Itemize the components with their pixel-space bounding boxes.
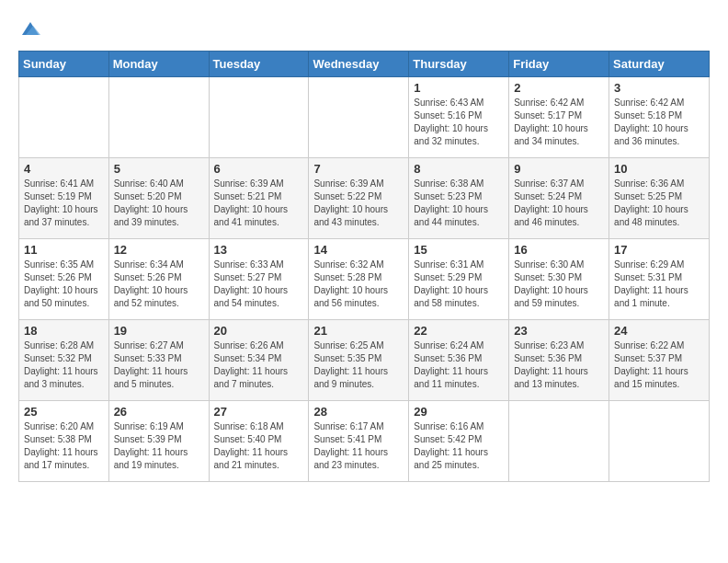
calendar-cell: 27Sunrise: 6:18 AM Sunset: 5:40 PM Dayli…	[209, 401, 309, 482]
day-number: 3	[614, 81, 704, 95]
day-number: 17	[614, 243, 704, 257]
day-detail: Sunrise: 6:39 AM Sunset: 5:22 PM Dayligh…	[313, 178, 404, 229]
day-number: 12	[114, 243, 204, 257]
calendar-cell: 8Sunrise: 6:38 AM Sunset: 5:23 PM Daylig…	[409, 158, 509, 239]
day-number: 9	[514, 162, 604, 176]
header-monday: Monday	[108, 52, 209, 77]
day-detail: Sunrise: 6:37 AM Sunset: 5:24 PM Dayligh…	[514, 178, 604, 229]
calendar-cell: 10Sunrise: 6:36 AM Sunset: 5:25 PM Dayli…	[609, 158, 710, 239]
calendar-cell: 9Sunrise: 6:37 AM Sunset: 5:24 PM Daylig…	[509, 158, 609, 239]
day-detail: Sunrise: 6:34 AM Sunset: 5:26 PM Dayligh…	[114, 259, 204, 310]
day-number: 14	[313, 243, 404, 257]
day-number: 4	[24, 162, 104, 176]
week-row-2: 4Sunrise: 6:41 AM Sunset: 5:19 PM Daylig…	[19, 158, 710, 239]
calendar-cell	[209, 77, 309, 158]
day-number: 26	[114, 405, 204, 419]
day-detail: Sunrise: 6:42 AM Sunset: 5:17 PM Dayligh…	[514, 97, 604, 148]
day-number: 15	[414, 243, 504, 257]
calendar-cell: 11Sunrise: 6:35 AM Sunset: 5:26 PM Dayli…	[19, 239, 109, 320]
day-number: 2	[514, 81, 604, 95]
day-detail: Sunrise: 6:28 AM Sunset: 5:32 PM Dayligh…	[24, 339, 104, 391]
day-detail: Sunrise: 6:32 AM Sunset: 5:28 PM Dayligh…	[313, 259, 404, 310]
header-sunday: Sunday	[19, 52, 109, 77]
calendar-cell: 22Sunrise: 6:24 AM Sunset: 5:36 PM Dayli…	[409, 320, 509, 401]
calendar-cell: 18Sunrise: 6:28 AM Sunset: 5:32 PM Dayli…	[19, 320, 109, 401]
calendar-cell: 5Sunrise: 6:40 AM Sunset: 5:20 PM Daylig…	[108, 158, 209, 239]
calendar-cell: 12Sunrise: 6:34 AM Sunset: 5:26 PM Dayli…	[108, 239, 209, 320]
week-row-1: 1Sunrise: 6:43 AM Sunset: 5:16 PM Daylig…	[19, 77, 710, 158]
day-number: 25	[24, 405, 104, 419]
day-number: 10	[614, 162, 704, 176]
logo-icon	[20, 18, 40, 39]
logo	[18, 18, 40, 43]
day-number: 13	[214, 243, 304, 257]
day-number: 21	[313, 324, 404, 338]
header	[18, 15, 710, 43]
day-number: 28	[313, 405, 404, 419]
calendar-cell: 3Sunrise: 6:42 AM Sunset: 5:18 PM Daylig…	[609, 77, 710, 158]
day-detail: Sunrise: 6:24 AM Sunset: 5:36 PM Dayligh…	[414, 339, 504, 391]
day-detail: Sunrise: 6:19 AM Sunset: 5:39 PM Dayligh…	[114, 420, 204, 472]
calendar-cell: 14Sunrise: 6:32 AM Sunset: 5:28 PM Dayli…	[309, 239, 409, 320]
day-detail: Sunrise: 6:41 AM Sunset: 5:19 PM Dayligh…	[24, 178, 104, 229]
calendar-cell: 17Sunrise: 6:29 AM Sunset: 5:31 PM Dayli…	[609, 239, 710, 320]
calendar-cell: 4Sunrise: 6:41 AM Sunset: 5:19 PM Daylig…	[19, 158, 109, 239]
day-number: 19	[114, 324, 204, 338]
day-number: 23	[514, 324, 604, 338]
day-detail: Sunrise: 6:38 AM Sunset: 5:23 PM Dayligh…	[414, 178, 504, 229]
week-row-4: 18Sunrise: 6:28 AM Sunset: 5:32 PM Dayli…	[19, 320, 710, 401]
header-thursday: Thursday	[409, 52, 509, 77]
calendar-cell: 25Sunrise: 6:20 AM Sunset: 5:38 PM Dayli…	[19, 401, 109, 482]
day-number: 6	[214, 162, 304, 176]
calendar-cell: 7Sunrise: 6:39 AM Sunset: 5:22 PM Daylig…	[309, 158, 409, 239]
calendar-cell	[609, 401, 710, 482]
day-detail: Sunrise: 6:33 AM Sunset: 5:27 PM Dayligh…	[214, 259, 304, 310]
day-detail: Sunrise: 6:39 AM Sunset: 5:21 PM Dayligh…	[214, 178, 304, 229]
calendar-cell: 20Sunrise: 6:26 AM Sunset: 5:34 PM Dayli…	[209, 320, 309, 401]
calendar-cell: 28Sunrise: 6:17 AM Sunset: 5:41 PM Dayli…	[309, 401, 409, 482]
calendar-cell: 2Sunrise: 6:42 AM Sunset: 5:17 PM Daylig…	[509, 77, 609, 158]
calendar-cell: 15Sunrise: 6:31 AM Sunset: 5:29 PM Dayli…	[409, 239, 509, 320]
week-row-5: 25Sunrise: 6:20 AM Sunset: 5:38 PM Dayli…	[19, 401, 710, 482]
day-number: 27	[214, 405, 304, 419]
day-number: 8	[414, 162, 504, 176]
day-detail: Sunrise: 6:35 AM Sunset: 5:26 PM Dayligh…	[24, 259, 104, 310]
day-number: 24	[614, 324, 704, 338]
day-detail: Sunrise: 6:16 AM Sunset: 5:42 PM Dayligh…	[414, 420, 504, 472]
day-number: 7	[313, 162, 404, 176]
day-detail: Sunrise: 6:36 AM Sunset: 5:25 PM Dayligh…	[614, 178, 704, 229]
day-detail: Sunrise: 6:31 AM Sunset: 5:29 PM Dayligh…	[414, 259, 504, 310]
day-number: 29	[414, 405, 504, 419]
day-number: 20	[214, 324, 304, 338]
day-number: 5	[114, 162, 204, 176]
calendar-cell	[108, 77, 209, 158]
calendar-cell: 6Sunrise: 6:39 AM Sunset: 5:21 PM Daylig…	[209, 158, 309, 239]
day-detail: Sunrise: 6:17 AM Sunset: 5:41 PM Dayligh…	[313, 420, 404, 472]
day-number: 22	[414, 324, 504, 338]
day-detail: Sunrise: 6:26 AM Sunset: 5:34 PM Dayligh…	[214, 339, 304, 391]
day-detail: Sunrise: 6:42 AM Sunset: 5:18 PM Dayligh…	[614, 97, 704, 148]
day-detail: Sunrise: 6:20 AM Sunset: 5:38 PM Dayligh…	[24, 420, 104, 472]
calendar-table: SundayMondayTuesdayWednesdayThursdayFrid…	[18, 51, 710, 482]
calendar-cell: 13Sunrise: 6:33 AM Sunset: 5:27 PM Dayli…	[209, 239, 309, 320]
calendar-cell	[509, 401, 609, 482]
calendar-cell: 24Sunrise: 6:22 AM Sunset: 5:37 PM Dayli…	[609, 320, 710, 401]
day-detail: Sunrise: 6:22 AM Sunset: 5:37 PM Dayligh…	[614, 339, 704, 391]
calendar-cell: 1Sunrise: 6:43 AM Sunset: 5:16 PM Daylig…	[409, 77, 509, 158]
calendar-header-row: SundayMondayTuesdayWednesdayThursdayFrid…	[19, 52, 710, 77]
day-detail: Sunrise: 6:27 AM Sunset: 5:33 PM Dayligh…	[114, 339, 204, 391]
day-detail: Sunrise: 6:23 AM Sunset: 5:36 PM Dayligh…	[514, 339, 604, 391]
day-detail: Sunrise: 6:40 AM Sunset: 5:20 PM Dayligh…	[114, 178, 204, 229]
day-detail: Sunrise: 6:30 AM Sunset: 5:30 PM Dayligh…	[514, 259, 604, 310]
header-friday: Friday	[509, 52, 609, 77]
calendar-cell	[19, 77, 109, 158]
header-saturday: Saturday	[609, 52, 710, 77]
calendar-cell: 26Sunrise: 6:19 AM Sunset: 5:39 PM Dayli…	[108, 401, 209, 482]
calendar-cell: 19Sunrise: 6:27 AM Sunset: 5:33 PM Dayli…	[108, 320, 209, 401]
day-detail: Sunrise: 6:29 AM Sunset: 5:31 PM Dayligh…	[614, 259, 704, 310]
day-detail: Sunrise: 6:25 AM Sunset: 5:35 PM Dayligh…	[313, 339, 404, 391]
day-number: 16	[514, 243, 604, 257]
calendar-cell: 23Sunrise: 6:23 AM Sunset: 5:36 PM Dayli…	[509, 320, 609, 401]
calendar-cell: 16Sunrise: 6:30 AM Sunset: 5:30 PM Dayli…	[509, 239, 609, 320]
header-tuesday: Tuesday	[209, 52, 309, 77]
